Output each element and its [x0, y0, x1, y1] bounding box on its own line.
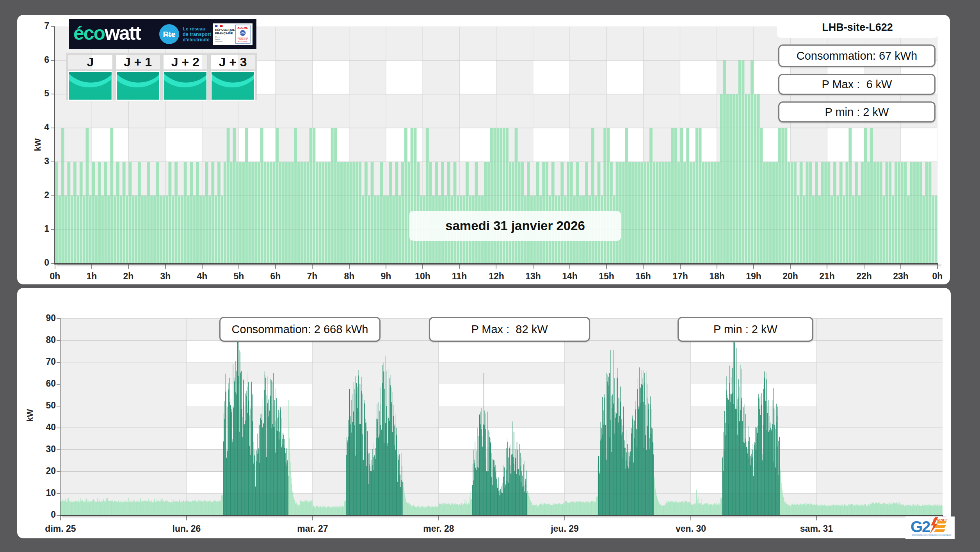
svg-text:Fraternité: Fraternité [215, 41, 223, 43]
svg-text:AGENCE DE LA: AGENCE DE LA [238, 37, 248, 39]
svg-text:ÉCOLOGIQUE: ÉCOLOGIQUE [238, 41, 247, 43]
svg-text:Liberté: Liberté [215, 36, 221, 38]
svg-text:Optimisation des ressources én: Optimisation des ressources énergétiques [912, 534, 952, 536]
svg-text:ADEME: ADEME [237, 26, 248, 30]
svg-text:Rte: Rte [163, 30, 175, 39]
svg-text:Égalité: Égalité [215, 38, 221, 40]
svg-text:FRANÇAISE: FRANÇAISE [215, 32, 233, 35]
svg-text:TRANSITION: TRANSITION [238, 39, 247, 41]
svg-text:FRANCE: FRANCE [933, 518, 948, 522]
svg-text:G2: G2 [911, 518, 930, 535]
